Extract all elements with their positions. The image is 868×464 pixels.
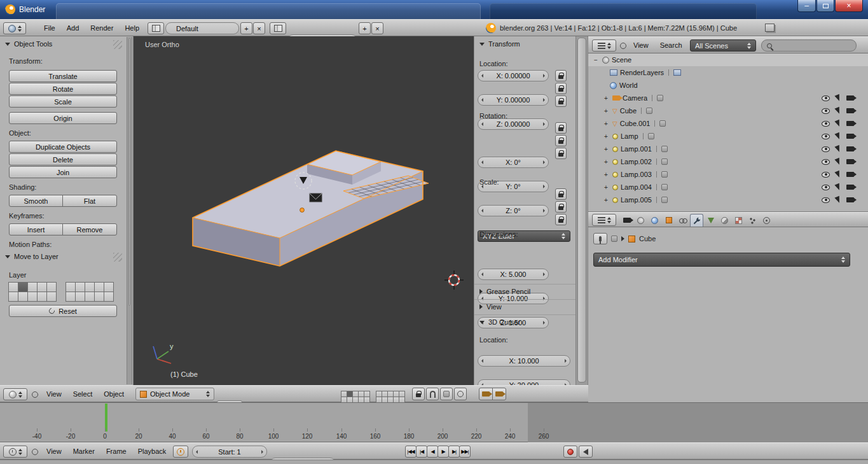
join-button[interactable]: Join <box>9 166 117 178</box>
tab-world[interactable] <box>648 214 661 227</box>
menu-render[interactable]: Render <box>85 24 119 32</box>
expand-icon[interactable]: + <box>602 108 610 115</box>
renderability-camera-icon[interactable] <box>846 185 854 190</box>
collapse-icon[interactable]: − <box>592 57 600 64</box>
screen-layout-field[interactable]: Default <box>165 22 239 34</box>
expand-icon[interactable]: + <box>602 95 610 102</box>
renderability-camera-icon[interactable] <box>846 134 854 139</box>
layer-toggle[interactable] <box>75 292 85 302</box>
play-button[interactable]: ▶ <box>437 446 449 458</box>
menu-file[interactable]: File <box>38 24 61 32</box>
layer-toggle[interactable] <box>8 292 18 302</box>
tab-modifiers[interactable] <box>690 214 703 227</box>
visibility-eye-icon[interactable] <box>822 95 830 101</box>
next-keyframe-button[interactable]: ▶| <box>448 446 460 458</box>
renderability-camera-icon[interactable] <box>846 197 854 202</box>
reset-button[interactable]: Reset <box>9 305 117 317</box>
outliner-row-cube001[interactable]: + ▽ Cube.001 <box>588 117 868 130</box>
tab-scene[interactable] <box>634 214 647 227</box>
menu-view[interactable]: View <box>41 447 67 455</box>
layer-toggle[interactable] <box>85 292 95 302</box>
menu-view[interactable]: View <box>628 41 654 49</box>
current-frame-indicator[interactable] <box>105 404 107 432</box>
rotation-z-lock-button[interactable] <box>555 148 567 159</box>
visibility-eye-icon[interactable] <box>822 134 830 139</box>
viewport-canvas[interactable] <box>134 36 474 385</box>
selectability-cursor-icon[interactable] <box>834 145 841 153</box>
expand-icon[interactable]: + <box>602 133 610 140</box>
layer-toggle[interactable] <box>85 282 95 292</box>
visibility-eye-icon[interactable] <box>822 185 830 190</box>
tab-material[interactable] <box>718 214 731 227</box>
selectability-cursor-icon[interactable] <box>834 94 841 102</box>
screen-delete-button[interactable]: × <box>253 22 265 34</box>
editor-type-button[interactable] <box>3 22 26 34</box>
outliner-row-lamp004[interactable]: + Lamp.004 <box>588 181 868 193</box>
visibility-eye-icon[interactable] <box>822 197 830 203</box>
header-collapse-icon[interactable] <box>32 449 38 455</box>
tool-shelf-scrollbar[interactable] <box>127 37 132 384</box>
layer-toggle[interactable] <box>75 282 85 292</box>
panel-drag-widget[interactable] <box>113 40 122 49</box>
tab-texture[interactable] <box>732 214 745 227</box>
renderability-camera-icon[interactable] <box>846 146 854 151</box>
tab-constraints[interactable] <box>676 214 689 227</box>
delete-button[interactable]: Delete <box>9 153 117 165</box>
dimensions-x-field[interactable]: X: 10.000 <box>478 355 570 367</box>
view-panel-header[interactable]: View <box>479 303 502 311</box>
visibility-eye-icon[interactable] <box>822 159 830 165</box>
layer-toggle[interactable] <box>104 282 114 292</box>
expand-icon[interactable]: + <box>602 120 610 127</box>
location-x-field[interactable]: X: 0.00000 <box>478 70 549 81</box>
menu-frame[interactable]: Frame <box>100 447 132 455</box>
shade-flat-button[interactable]: Flat <box>62 195 117 207</box>
layer-toggle[interactable] <box>65 282 76 292</box>
panel-drag-widget[interactable] <box>113 253 122 262</box>
editor-type-button[interactable] <box>3 446 27 458</box>
scale-x-lock-button[interactable] <box>555 188 567 200</box>
window-duplicate-icon[interactable] <box>765 23 775 32</box>
transform-panel-header[interactable]: Transform <box>479 40 520 48</box>
layer-toggle[interactable] <box>27 282 38 292</box>
location-y-field[interactable]: Y: 0.00000 <box>478 94 549 106</box>
lock-to-scene-button[interactable] <box>412 388 425 400</box>
render-result-icon[interactable] <box>673 69 681 76</box>
selectability-cursor-icon[interactable] <box>834 107 841 115</box>
jump-to-end-button[interactable]: ▶▶| <box>459 446 471 458</box>
outliner-row-lamp[interactable]: + Lamp <box>588 130 868 143</box>
layer-toggle-active[interactable] <box>18 282 28 292</box>
proportional-edit-button[interactable] <box>454 388 467 400</box>
selectability-cursor-icon[interactable] <box>834 132 841 140</box>
snap-element-button[interactable] <box>440 388 453 400</box>
renderability-camera-icon[interactable] <box>846 95 854 101</box>
rotation-x-field[interactable]: X: 0° <box>478 157 549 168</box>
layer-toggle[interactable] <box>46 292 57 302</box>
header-layer-grid-left[interactable] <box>341 391 371 403</box>
outliner-row-renderlayers[interactable]: RenderLayers <box>588 66 868 79</box>
visibility-eye-icon[interactable] <box>822 108 830 114</box>
opengl-render-anim-button[interactable] <box>492 388 506 400</box>
outliner-row-lamp002[interactable]: + Lamp.002 <box>588 155 868 168</box>
tab-object[interactable] <box>662 214 675 227</box>
selectability-cursor-icon[interactable] <box>834 196 841 204</box>
location-x-lock-button[interactable] <box>555 70 567 81</box>
n-panel-scrollbar[interactable] <box>575 36 588 385</box>
screen-add-button[interactable]: + <box>240 22 252 34</box>
mode-dropdown[interactable]: Object Mode <box>135 388 214 400</box>
expand-icon[interactable]: + <box>602 184 610 191</box>
tab-particles[interactable] <box>746 214 759 227</box>
rotation-z-field[interactable]: Z: 0° <box>478 205 549 216</box>
menu-help[interactable]: Help <box>119 24 145 32</box>
layer-toggle[interactable] <box>46 282 57 292</box>
jump-to-start-button[interactable]: |◀◀ <box>405 446 417 458</box>
location-y-lock-button[interactable] <box>555 83 567 94</box>
selectability-cursor-icon[interactable] <box>834 183 841 191</box>
tab-object-data[interactable] <box>704 214 717 227</box>
duplicate-objects-button[interactable]: Duplicate Objects <box>9 141 117 153</box>
minimize-button[interactable]: – <box>797 0 816 12</box>
renderability-camera-icon[interactable] <box>846 159 854 164</box>
outliner-row-scene[interactable]: − Scene <box>588 53 868 66</box>
visibility-eye-icon[interactable] <box>822 146 830 152</box>
scrollbar-handle[interactable] <box>128 38 130 306</box>
selectability-cursor-icon[interactable] <box>834 158 841 165</box>
